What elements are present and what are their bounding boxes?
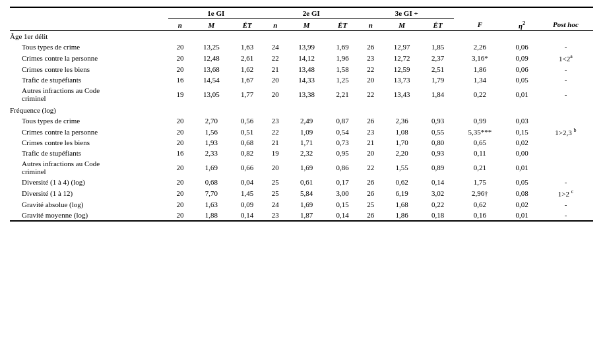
data-cell: 13,68 [192, 64, 231, 75]
data-cell: 0,15 [326, 199, 359, 210]
data-cell: 12,48 [192, 52, 231, 64]
data-cell: 0,04 [231, 177, 264, 187]
data-cell: - [538, 64, 593, 75]
col-m2: M [287, 19, 326, 31]
table-body: Âge 1er délitTous types de crime2013,251… [10, 31, 593, 221]
section-title-row: Fréquence (log) [10, 104, 593, 115]
row-label: Trafic de stupéfiants [10, 148, 168, 158]
data-cell: 3,16* [454, 52, 505, 64]
data-cell: 14,12 [287, 52, 326, 64]
data-cell: 24 [264, 42, 288, 52]
data-cell: - [538, 85, 593, 104]
data-cell: 0,68 [231, 137, 264, 148]
data-cell: 22 [264, 126, 288, 138]
row-label: Crimes contre les biens [10, 64, 168, 75]
data-cell: 3,00 [326, 187, 359, 199]
data-cell: 0,56 [231, 115, 264, 126]
data-cell [538, 148, 593, 158]
data-cell: 1,58 [326, 64, 359, 75]
table-row: Crimes contre la personne2012,482,612214… [10, 52, 593, 64]
section-title-row: Âge 1er délit [10, 31, 593, 42]
data-cell: 1,70 [383, 137, 422, 148]
data-cell: 12,72 [383, 52, 422, 64]
data-cell: 1,85 [422, 42, 455, 52]
data-cell: 2,61 [231, 52, 264, 64]
data-cell: 1,96 [326, 52, 359, 64]
data-cell [538, 115, 593, 126]
row-label: Gravité absolue (log) [10, 199, 168, 210]
data-cell: 1<2a [538, 52, 593, 64]
data-cell: 0,86 [326, 158, 359, 177]
data-cell: 6,19 [383, 187, 422, 199]
data-cell: 23 [359, 52, 383, 64]
group1-header: 1e GI [168, 7, 263, 19]
col-n1: n [168, 19, 192, 31]
data-cell: 5,84 [287, 187, 326, 199]
data-cell: 16 [168, 75, 192, 85]
data-cell: 1,55 [383, 158, 422, 177]
data-cell: 20 [359, 75, 383, 85]
data-cell: 2,70 [192, 115, 231, 126]
data-cell: 1,69 [326, 42, 359, 52]
data-cell: 13,99 [287, 42, 326, 52]
data-cell: 14,54 [192, 75, 231, 85]
data-cell: 0,55 [422, 126, 455, 138]
data-cell: 0,95 [326, 148, 359, 158]
table-row: Gravité absolue (log)201,630,09241,690,1… [10, 199, 593, 210]
table-row: Tous types de crime202,700,56232,490,872… [10, 115, 593, 126]
data-cell: 0,15 [505, 126, 538, 138]
col-header-row: n M ÉT n M ÉT n M ÉT F η2 Post hoc [10, 19, 593, 31]
data-cell: 7,70 [192, 187, 231, 199]
data-cell: 1,45 [231, 187, 264, 199]
data-cell: 0,03 [505, 115, 538, 126]
data-cell: 0,05 [505, 177, 538, 187]
data-cell: 20 [168, 115, 192, 126]
data-cell: 13,38 [287, 85, 326, 104]
data-cell: 1,93 [192, 137, 231, 148]
data-cell: 1,63 [231, 42, 264, 52]
main-table: 1e GI 2e GI 3e GI + n M ÉT n M ÉT n M ÉT… [10, 7, 593, 222]
data-cell: 25 [264, 187, 288, 199]
table-row: Autres infractions au Codecriminel1913,0… [10, 85, 593, 104]
data-cell: 0,01 [505, 85, 538, 104]
data-cell: 0,66 [231, 158, 264, 177]
data-cell: 0,14 [326, 210, 359, 221]
data-cell: 0,87 [326, 115, 359, 126]
data-cell: 2,51 [422, 64, 455, 75]
row-label: Crimes contre la personne [10, 126, 168, 138]
data-cell: 21 [264, 137, 288, 148]
col-et1: ÉT [231, 19, 264, 31]
data-cell: 22 [264, 52, 288, 64]
data-cell: 19 [168, 85, 192, 104]
data-cell: 1>2,3 b [538, 126, 593, 138]
data-cell: 20 [264, 85, 288, 104]
data-cell: 1,86 [383, 210, 422, 221]
data-cell: 1,84 [422, 85, 455, 104]
data-cell: 25 [264, 177, 288, 187]
col-et3: ÉT [422, 19, 455, 31]
data-cell: 2,26 [454, 42, 505, 52]
data-cell: 20 [264, 158, 288, 177]
data-cell: 20 [168, 177, 192, 187]
data-cell: 0,89 [422, 158, 455, 177]
data-cell: 0,08 [505, 187, 538, 199]
data-cell: 0,93 [422, 115, 455, 126]
data-cell: 2,49 [287, 115, 326, 126]
data-cell: 20 [168, 137, 192, 148]
table-row: Crimes contre les biens2013,681,622113,4… [10, 64, 593, 75]
data-cell: 26 [359, 187, 383, 199]
data-cell: 13,25 [192, 42, 231, 52]
data-cell: 1,71 [287, 137, 326, 148]
data-cell: 20 [168, 64, 192, 75]
data-cell: 0,00 [505, 148, 538, 158]
data-cell: 20 [168, 187, 192, 199]
data-cell: 14,33 [287, 75, 326, 85]
data-cell: 2,21 [326, 85, 359, 104]
data-cell: 0,62 [383, 177, 422, 187]
data-cell: 0,02 [505, 137, 538, 148]
data-cell: 0,22 [422, 199, 455, 210]
data-cell: 1,08 [383, 126, 422, 138]
data-cell: 24 [264, 199, 288, 210]
data-cell: 1,62 [231, 64, 264, 75]
table-row: Diversité (1 à 4) (log)200,680,04250,610… [10, 177, 593, 187]
